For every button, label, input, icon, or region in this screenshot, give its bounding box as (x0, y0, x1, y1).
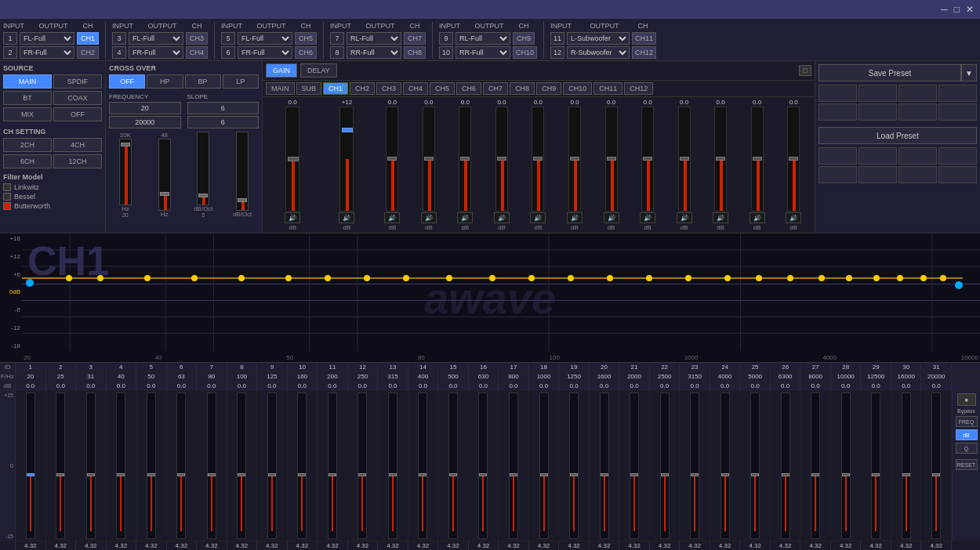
fader-ch2-handle[interactable] (424, 157, 434, 161)
preset-slot-9[interactable] (818, 147, 857, 165)
eq-fader-handle-20[interactable] (601, 473, 608, 476)
fader-main-handle[interactable] (288, 157, 299, 161)
maximize-btn[interactable]: □ (954, 4, 960, 15)
eq-dot-9[interactable] (403, 275, 409, 281)
close-btn[interactable]: ✕ (966, 4, 974, 15)
eq-dot-11[interactable] (489, 275, 495, 281)
preset-dropdown-arrow[interactable]: ▼ (961, 64, 977, 81)
mute-ch7[interactable]: 🔊 (604, 212, 619, 223)
ch-tab-ch2[interactable]: CH2 (350, 82, 375, 95)
ch-tab-ch9[interactable]: CH9 (536, 82, 561, 95)
eq-fader-handle-15[interactable] (449, 473, 457, 476)
fader-ch11-handle[interactable] (753, 157, 762, 161)
slope-slider-handle-4[interactable] (238, 198, 247, 202)
eq-dot-low[interactable] (955, 281, 963, 289)
eq-fader-handle-4[interactable] (117, 473, 125, 476)
fader-ch3-handle[interactable] (460, 157, 470, 161)
ch-tab-main[interactable]: MAIN (266, 82, 295, 95)
minimize-btn[interactable]: ─ (941, 4, 948, 15)
eq-dot-5[interactable] (238, 275, 245, 281)
linkwitz-checkbox[interactable] (3, 183, 11, 191)
eq-fader-handle-9[interactable] (268, 473, 276, 476)
eq-fader-handle-29[interactable] (872, 473, 880, 476)
ch-btn-1[interactable]: CH1 (77, 32, 99, 45)
preset-slot-5[interactable] (818, 103, 857, 121)
preset-slot-4[interactable] (938, 85, 977, 102)
eq-dot-24[interactable] (920, 275, 927, 281)
freq-slider-handle-1[interactable] (121, 143, 130, 147)
eq-dot-13[interactable] (568, 275, 574, 281)
freq-slider-handle-2[interactable] (160, 192, 169, 196)
output-select-2[interactable]: FR-Full (20, 46, 74, 59)
eq-dot-25[interactable] (940, 275, 946, 281)
ch-btn-10[interactable]: CH10 (513, 46, 537, 59)
ch-btn-9[interactable]: CH9 (513, 32, 535, 45)
bessel-checkbox[interactable] (3, 193, 11, 201)
eq-fader-handle-27[interactable] (811, 473, 819, 476)
eq-dot-4[interactable] (191, 275, 198, 281)
output-select-1[interactable]: FL-Full (20, 32, 74, 45)
eq-dot-18[interactable] (756, 275, 762, 281)
ch-btn-2[interactable]: CH2 (77, 46, 99, 59)
eq-fader-handle-12[interactable] (358, 473, 366, 476)
preset-slot-6[interactable] (858, 103, 897, 121)
eq-dot-7[interactable] (325, 275, 331, 281)
ch-tab-ch7[interactable]: CH7 (483, 82, 508, 95)
eq-dot-23[interactable] (897, 275, 903, 281)
fader-ch6-handle[interactable] (570, 157, 579, 161)
ch-4ch-btn[interactable]: 4CH (53, 138, 102, 152)
delay-tab[interactable]: DELAY (300, 63, 337, 78)
mute-ch12[interactable]: 🔊 (786, 212, 801, 223)
eq-dot-17[interactable] (724, 275, 731, 281)
eq-dot-14[interactable] (607, 275, 613, 281)
ch-btn-5[interactable]: CH5 (295, 32, 317, 45)
output-select-6[interactable]: FR-Full (238, 46, 292, 59)
mute-ch5[interactable]: 🔊 (530, 212, 546, 223)
eq-fader-handle-23[interactable] (691, 473, 699, 476)
ch-btn-3[interactable]: CH3 (186, 32, 208, 45)
mute-ch11[interactable]: 🔊 (750, 212, 765, 223)
maximize-btn[interactable]: □ (799, 65, 811, 76)
eq-fader-handle-18[interactable] (540, 473, 548, 476)
eq-fader-handle-14[interactable] (419, 473, 426, 476)
eq-fader-handle-11[interactable] (328, 473, 336, 476)
eq-fader-handle-24[interactable] (721, 473, 729, 476)
ch-6ch-btn[interactable]: 6CH (3, 154, 52, 168)
butterworth-checkbox[interactable] (3, 202, 11, 210)
ch-btn-8[interactable]: CH8 (404, 46, 426, 59)
crossover-bp-btn[interactable]: BP (185, 74, 221, 89)
eq-fader-handle-5[interactable] (147, 473, 155, 476)
preset-slot-10[interactable] (858, 147, 897, 165)
ch-tab-ch5[interactable]: CH5 (430, 82, 455, 95)
ch-btn-11[interactable]: CH11 (632, 32, 656, 45)
fader-ch7-handle[interactable] (607, 157, 616, 161)
source-bt-btn[interactable]: BT (3, 91, 52, 105)
preset-slot-13[interactable] (818, 166, 857, 183)
eq-dot-12[interactable] (528, 275, 535, 281)
source-mix-btn[interactable]: MIX (3, 107, 52, 121)
slope-slider-handle-3[interactable] (198, 194, 208, 197)
freq-input-2[interactable] (109, 116, 181, 128)
slope-input-1[interactable] (187, 102, 260, 114)
gain-tab[interactable]: GAIN (266, 63, 297, 78)
eq-fader-handle-25[interactable] (751, 473, 759, 476)
crossover-hp-btn[interactable]: HP (147, 74, 183, 89)
source-main-btn[interactable]: MAIN (3, 74, 52, 89)
ch-tab-sub[interactable]: SUB (296, 82, 322, 95)
output-select-10[interactable]: RR-Full (456, 46, 510, 59)
crossover-lp-btn[interactable]: LP (223, 74, 259, 89)
mute-ch3[interactable]: 🔊 (457, 212, 473, 223)
eq-fader-handle-8[interactable] (238, 473, 245, 476)
freq-input-1[interactable] (109, 102, 181, 114)
eq-fader-handle-30[interactable] (902, 473, 910, 476)
preset-slot-1[interactable] (818, 85, 857, 102)
mute-ch4[interactable]: 🔊 (494, 212, 510, 223)
eq-fader-handle-3[interactable] (87, 473, 95, 476)
eq-fader-handle-2[interactable] (56, 473, 64, 476)
mute-ch9[interactable]: 🔊 (677, 212, 692, 223)
ch-btn-12[interactable]: CH12 (632, 46, 656, 59)
ch-tab-ch11[interactable]: CH11 (593, 82, 622, 95)
eq-fader-handle-19[interactable] (570, 473, 578, 476)
mute-ch10[interactable]: 🔊 (713, 212, 728, 223)
ch-tab-ch12[interactable]: CH12 (624, 82, 653, 95)
